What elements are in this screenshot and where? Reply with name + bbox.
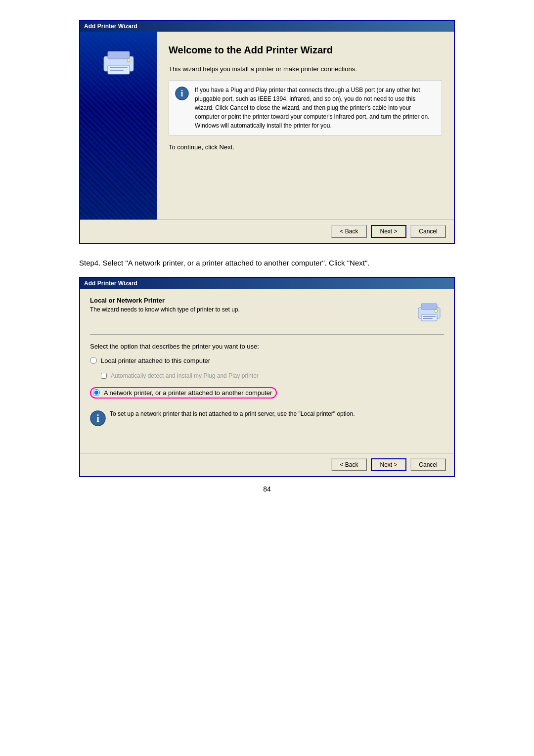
wizard1-next-button[interactable]: Next > xyxy=(371,225,406,238)
wizard-footer-1: < Back Next > Cancel xyxy=(80,220,454,243)
network-printer-radio[interactable] xyxy=(93,389,100,396)
wizard-content-1: Welcome to the Add Printer Wizard This w… xyxy=(157,32,454,220)
wizard-titlebar-1: Add Printer Wizard xyxy=(80,21,454,32)
auto-detect-option[interactable]: Automatically detect and install my Plug… xyxy=(90,371,444,380)
wizard-info-text-1: If you have a Plug and Play printer that… xyxy=(195,86,436,130)
wizard-title-label-2: Add Printer Wizard xyxy=(84,280,137,287)
info-icon-2: i xyxy=(90,410,104,424)
wizard2-next-button[interactable]: Next > xyxy=(371,458,406,471)
network-option-highlight: A network printer, or a printer attached… xyxy=(90,387,277,399)
local-printer-option[interactable]: Local printer attached to this computer xyxy=(90,356,444,365)
wizard2-info-text: To set up a network printer that is not … xyxy=(110,409,355,418)
wizard1-cancel-button[interactable]: Cancel xyxy=(410,225,446,238)
auto-detect-label: Automatically detect and install my Plug… xyxy=(111,372,259,379)
local-printer-label: Local printer attached to this computer xyxy=(101,357,210,364)
wizard2-printer-icon xyxy=(414,297,444,326)
wizard-header-text: Local or Network Printer The wizard need… xyxy=(90,297,240,313)
wizard2-info-box: i To set up a network printer that is no… xyxy=(90,409,444,424)
info-icon-1: i xyxy=(175,87,189,100)
wizard-intro-text: This wizard helps you install a printer … xyxy=(169,64,442,74)
wizard-welcome-title: Welcome to the Add Printer Wizard xyxy=(169,44,442,56)
svg-point-13 xyxy=(435,310,438,312)
wizard-continue-text: To continue, click Next. xyxy=(169,143,442,151)
wizard-window-1: Add Printer Wizard We xyxy=(79,20,455,244)
svg-rect-11 xyxy=(423,316,436,317)
wizard-footer-2: < Back Next > Cancel xyxy=(80,453,454,476)
wizard-info-box-1: i If you have a Plug and Play printer th… xyxy=(169,80,442,135)
svg-rect-12 xyxy=(423,318,433,319)
svg-rect-10 xyxy=(421,314,437,321)
svg-text:i: i xyxy=(96,413,99,424)
step4-text: Step4. Select "A network printer, or a p… xyxy=(79,259,369,267)
wizard-sidebar-1 xyxy=(80,32,157,220)
svg-rect-4 xyxy=(110,70,124,71)
svg-rect-9 xyxy=(421,304,437,310)
wizard-body-1: Welcome to the Add Printer Wizard This w… xyxy=(80,32,454,220)
wizard2-section-subtitle: The wizard needs to know which type of p… xyxy=(90,306,240,313)
svg-point-5 xyxy=(127,59,130,62)
wizard-titlebar-2: Add Printer Wizard xyxy=(80,278,454,289)
step4-label: Step4. Select "A network printer, or a p… xyxy=(79,258,455,269)
wizard-divider xyxy=(90,334,444,335)
page-number: 84 xyxy=(79,485,455,493)
svg-text:i: i xyxy=(180,89,183,98)
wizard2-select-label: Select the option that describes the pri… xyxy=(90,343,444,350)
wizard-printer-icon-large xyxy=(99,42,138,81)
wizard-header-row: Local or Network Printer The wizard need… xyxy=(90,297,444,326)
svg-rect-3 xyxy=(110,67,128,68)
wizard2-section-title: Local or Network Printer xyxy=(90,297,240,304)
wizard-window-2: Add Printer Wizard Local or Network Prin… xyxy=(79,277,455,477)
wizard-title-label-1: Add Printer Wizard xyxy=(84,23,137,30)
auto-detect-checkbox[interactable] xyxy=(101,373,107,379)
wizard1-back-button[interactable]: < Back xyxy=(331,225,367,238)
wizard2-back-button[interactable]: < Back xyxy=(331,458,367,471)
network-printer-label: A network printer, or a printer attached… xyxy=(104,389,272,397)
network-printer-option-row: A network printer, or a printer attached… xyxy=(90,386,444,400)
wizard2-cancel-button[interactable]: Cancel xyxy=(410,458,446,471)
svg-rect-1 xyxy=(108,51,130,59)
local-printer-radio[interactable] xyxy=(90,357,97,364)
wizard-body-2: Local or Network Printer The wizard need… xyxy=(80,289,454,453)
